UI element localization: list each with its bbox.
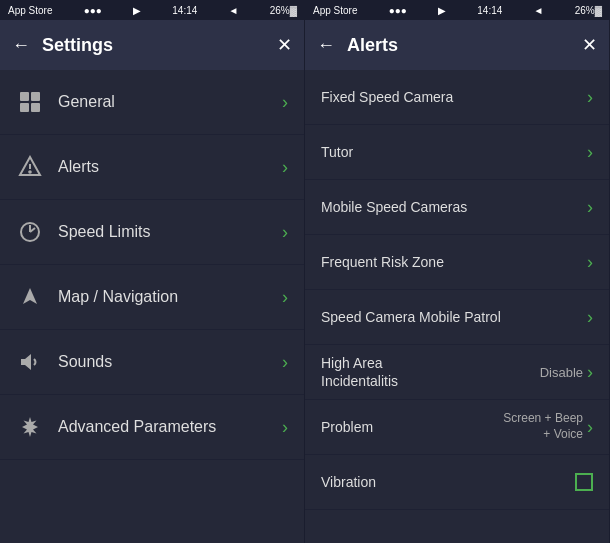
svg-rect-0 [20,92,29,101]
alert-item-tutor[interactable]: Tutor › [305,125,609,180]
alert-item-fixed-speed-camera[interactable]: Fixed Speed Camera › [305,70,609,125]
speed-limits-chevron-icon: › [282,222,288,243]
settings-menu-list: General › Alerts › Speed [0,70,304,543]
general-icon [16,88,44,116]
speed-camera-mobile-patrol-chevron-icon: › [587,307,593,328]
left-wifi-icon: ▶ [133,5,141,16]
svg-rect-2 [20,103,29,112]
problem-value-line1: Screen + Beep [503,411,583,425]
left-status-bar: App Store ●●● ▶ 14:14 ◄ 26%▓ [0,0,305,20]
high-area-line2: Incidentalitis [321,373,398,389]
map-navigation-icon [16,283,44,311]
left-nav-icon: ◄ [229,5,239,16]
fixed-speed-camera-chevron-icon: › [587,87,593,108]
map-navigation-chevron-icon: › [282,287,288,308]
map-navigation-label: Map / Navigation [58,288,268,306]
settings-title: Settings [42,35,265,56]
advanced-parameters-icon [16,413,44,441]
vibration-label: Vibration [321,473,575,491]
settings-item-advanced-parameters[interactable]: Advanced Parameters › [0,395,304,460]
mobile-speed-cameras-label: Mobile Speed Cameras [321,198,587,216]
advanced-parameters-label: Advanced Parameters [58,418,268,436]
tutor-label: Tutor [321,143,587,161]
right-battery-label: 26%▓ [575,5,602,16]
right-time-label: 14:14 [477,5,502,16]
alerts-close-button[interactable]: ✕ [582,34,597,56]
problem-value-line2: + Voice [543,427,583,441]
right-nav-icon: ◄ [534,5,544,16]
high-area-incidentalitis-label: High Area Incidentalitis [321,354,540,390]
svg-rect-3 [31,103,40,112]
tutor-chevron-icon: › [587,142,593,163]
settings-panel: ← Settings ✕ General › [0,0,305,543]
alert-item-speed-camera-mobile-patrol[interactable]: Speed Camera Mobile Patrol › [305,290,609,345]
settings-back-button[interactable]: ← [12,35,30,56]
fixed-speed-camera-label: Fixed Speed Camera [321,88,587,106]
settings-item-map-navigation[interactable]: Map / Navigation › [0,265,304,330]
settings-item-alerts[interactable]: Alerts › [0,135,304,200]
sounds-label: Sounds [58,353,268,371]
sounds-icon [16,348,44,376]
svg-rect-1 [31,92,40,101]
problem-chevron-icon: › [587,417,593,438]
problem-value: Screen + Beep + Voice [503,411,583,442]
speed-limits-icon [16,218,44,246]
problem-label: Problem [321,418,503,436]
high-area-chevron-icon: › [587,362,593,383]
right-wifi-icon: ▶ [438,5,446,16]
high-area-line1: High Area [321,355,382,371]
left-battery-label: 26%▓ [270,5,297,16]
settings-item-speed-limits[interactable]: Speed Limits › [0,200,304,265]
settings-close-button[interactable]: ✕ [277,34,292,56]
sounds-chevron-icon: › [282,352,288,373]
right-signal-icon: ●●● [389,5,407,16]
frequent-risk-zone-chevron-icon: › [587,252,593,273]
alert-item-high-area-incidentalitis[interactable]: High Area Incidentalitis Disable › [305,345,609,400]
mobile-speed-cameras-chevron-icon: › [587,197,593,218]
advanced-parameters-chevron-icon: › [282,417,288,438]
left-signal-icon: ●●● [84,5,102,16]
alerts-back-button[interactable]: ← [317,35,335,56]
left-time-label: 14:14 [172,5,197,16]
svg-marker-10 [21,354,31,370]
alert-item-frequent-risk-zone[interactable]: Frequent Risk Zone › [305,235,609,290]
left-store-label: App Store [8,5,52,16]
frequent-risk-zone-label: Frequent Risk Zone [321,253,587,271]
general-chevron-icon: › [282,92,288,113]
alerts-chevron-icon: › [282,157,288,178]
alert-item-problem[interactable]: Problem Screen + Beep + Voice › [305,400,609,455]
alert-item-vibration[interactable]: Vibration [305,455,609,510]
general-label: General [58,93,268,111]
speed-limits-label: Speed Limits [58,223,268,241]
alerts-list: Fixed Speed Camera › Tutor › Mobile Spee… [305,70,609,543]
right-status-bar: App Store ●●● ▶ 14:14 ◄ 26%▓ [305,0,610,20]
speed-camera-mobile-patrol-label: Speed Camera Mobile Patrol [321,308,587,326]
right-store-label: App Store [313,5,357,16]
high-area-value: Disable [540,365,583,380]
alerts-header: ← Alerts ✕ [305,20,609,70]
settings-header: ← Settings ✕ [0,20,304,70]
alert-item-mobile-speed-cameras[interactable]: Mobile Speed Cameras › [305,180,609,235]
vibration-checkbox[interactable] [575,473,593,491]
alerts-title: Alerts [347,35,570,56]
alerts-icon [16,153,44,181]
svg-marker-9 [23,288,37,304]
svg-point-5 [29,171,31,173]
alerts-panel: ← Alerts ✕ Fixed Speed Camera › Tutor › … [305,0,610,543]
settings-item-sounds[interactable]: Sounds › [0,330,304,395]
alerts-label: Alerts [58,158,268,176]
settings-item-general[interactable]: General › [0,70,304,135]
